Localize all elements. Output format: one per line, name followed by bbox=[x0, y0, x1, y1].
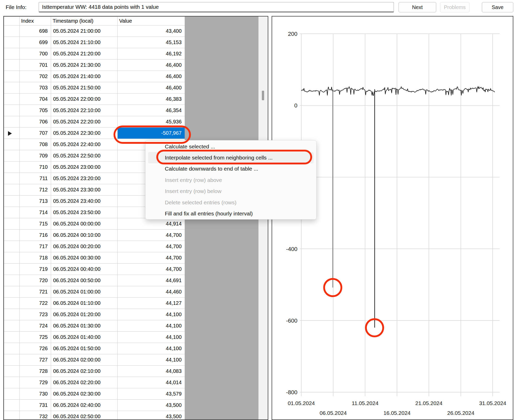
row-header-cell[interactable] bbox=[4, 252, 20, 264]
row-header-cell[interactable] bbox=[4, 400, 20, 411]
timestamp-cell[interactable]: 06.05.2024 00:20:00 bbox=[51, 241, 118, 252]
index-cell[interactable]: 718 bbox=[20, 252, 51, 264]
timestamp-cell[interactable]: 05.05.2024 21:50:00 bbox=[51, 82, 118, 94]
row-header-cell[interactable] bbox=[4, 196, 20, 207]
timestamp-cell[interactable]: 05.05.2024 22:30:00 bbox=[51, 128, 118, 139]
index-cell[interactable]: 701 bbox=[20, 60, 51, 71]
timestamp-cell[interactable]: 06.05.2024 01:30:00 bbox=[51, 320, 118, 332]
timestamp-cell[interactable]: 05.05.2024 22:50:00 bbox=[51, 150, 118, 162]
index-cell[interactable]: 724 bbox=[20, 320, 51, 332]
timestamp-cell[interactable]: 05.05.2024 22:00:00 bbox=[51, 94, 118, 105]
index-cell[interactable]: 727 bbox=[20, 354, 51, 366]
row-header-cell[interactable] bbox=[4, 60, 20, 71]
row-header-cell[interactable] bbox=[4, 105, 20, 116]
file-info-input[interactable] bbox=[39, 2, 394, 12]
row-header-cell[interactable] bbox=[4, 207, 20, 218]
index-cell[interactable]: 729 bbox=[20, 377, 51, 388]
value-cell[interactable]: 44,691 bbox=[118, 275, 185, 286]
row-header-cell[interactable] bbox=[4, 218, 20, 230]
timestamp-cell[interactable]: 05.05.2024 23:00:00 bbox=[51, 162, 118, 173]
column-header-timestamp[interactable]: Timestamp (local) bbox=[51, 17, 118, 26]
row-header-cell[interactable] bbox=[4, 82, 20, 94]
row-header-cell[interactable] bbox=[4, 71, 20, 82]
column-header-index[interactable]: Index bbox=[20, 17, 51, 26]
timestamp-cell[interactable]: 05.05.2024 21:30:00 bbox=[51, 60, 118, 71]
timestamp-cell[interactable]: 06.05.2024 00:50:00 bbox=[51, 275, 118, 286]
index-cell[interactable]: 707 bbox=[20, 128, 51, 139]
value-cell[interactable]: 46,192 bbox=[118, 48, 185, 60]
menu-item-2[interactable]: Calculate downwards to end of table ... bbox=[148, 163, 314, 174]
index-cell[interactable]: 714 bbox=[20, 207, 51, 218]
value-cell[interactable]: 43,579 bbox=[118, 388, 185, 400]
timestamp-cell[interactable]: 06.05.2024 01:10:00 bbox=[51, 298, 118, 309]
index-cell[interactable]: 723 bbox=[20, 309, 51, 320]
index-cell[interactable]: 704 bbox=[20, 94, 51, 105]
value-cell[interactable]: 44,100 bbox=[118, 354, 185, 366]
index-cell[interactable]: 722 bbox=[20, 298, 51, 309]
row-header-cell[interactable] bbox=[4, 286, 20, 298]
index-cell[interactable]: 731 bbox=[20, 400, 51, 411]
value-cell[interactable]: 44,014 bbox=[118, 377, 185, 388]
index-cell[interactable]: 719 bbox=[20, 264, 51, 275]
value-cell[interactable]: 44,914 bbox=[118, 218, 185, 230]
value-cell[interactable]: 44,100 bbox=[118, 332, 185, 343]
save-button[interactable]: Save bbox=[482, 2, 513, 12]
value-cell[interactable]: 43,500 bbox=[118, 400, 185, 411]
index-cell[interactable]: 705 bbox=[20, 105, 51, 116]
index-cell[interactable]: 732 bbox=[20, 411, 51, 420]
value-cell[interactable]: 44,100 bbox=[118, 343, 185, 354]
row-header-cell[interactable] bbox=[4, 320, 20, 332]
timestamp-cell[interactable]: 05.05.2024 21:20:00 bbox=[51, 48, 118, 60]
value-cell[interactable]: 46,400 bbox=[118, 60, 185, 71]
row-header-cell[interactable] bbox=[4, 116, 20, 128]
timestamp-cell[interactable]: 05.05.2024 22:10:00 bbox=[51, 105, 118, 116]
timestamp-cell[interactable]: 06.05.2024 02:30:00 bbox=[51, 388, 118, 400]
value-cell[interactable]: 46,400 bbox=[118, 82, 185, 94]
index-cell[interactable]: 706 bbox=[20, 116, 51, 128]
value-cell[interactable]: 46,383 bbox=[118, 94, 185, 105]
row-header-cell[interactable] bbox=[4, 173, 20, 184]
value-cell[interactable]: 46,400 bbox=[118, 71, 185, 82]
row-header-cell[interactable] bbox=[4, 332, 20, 343]
index-cell[interactable]: 699 bbox=[20, 37, 51, 48]
timestamp-cell[interactable]: 06.05.2024 02:00:00 bbox=[51, 354, 118, 366]
next-button[interactable]: Next bbox=[399, 2, 436, 12]
row-header-cell[interactable] bbox=[4, 264, 20, 275]
row-header-cell[interactable] bbox=[4, 343, 20, 354]
timestamp-cell[interactable]: 06.05.2024 02:10:00 bbox=[51, 366, 118, 377]
timestamp-cell[interactable]: 06.05.2024 01:00:00 bbox=[51, 286, 118, 298]
index-cell[interactable]: 721 bbox=[20, 286, 51, 298]
selected-value-cell[interactable]: -507,967 bbox=[118, 128, 185, 139]
value-cell[interactable]: 44,083 bbox=[118, 366, 185, 377]
row-header-cell[interactable] bbox=[4, 94, 20, 105]
timestamp-cell[interactable]: 05.05.2024 21:00:00 bbox=[51, 26, 118, 37]
index-cell[interactable]: 730 bbox=[20, 388, 51, 400]
row-header-cell[interactable] bbox=[4, 275, 20, 286]
value-cell[interactable]: 44,460 bbox=[118, 286, 185, 298]
row-header-cell[interactable] bbox=[4, 377, 20, 388]
timestamp-cell[interactable]: 05.05.2024 21:10:00 bbox=[51, 37, 118, 48]
row-header-cell[interactable] bbox=[4, 162, 20, 173]
timestamp-cell[interactable]: 05.05.2024 22:20:00 bbox=[51, 116, 118, 128]
timestamp-cell[interactable]: 06.05.2024 01:40:00 bbox=[51, 332, 118, 343]
timestamp-cell[interactable]: 06.05.2024 02:40:00 bbox=[51, 400, 118, 411]
menu-item-0[interactable]: Calculate selected ... bbox=[148, 141, 314, 152]
index-cell[interactable]: 712 bbox=[20, 184, 51, 196]
timestamp-cell[interactable]: 06.05.2024 01:50:00 bbox=[51, 343, 118, 354]
index-cell[interactable]: 715 bbox=[20, 218, 51, 230]
index-cell[interactable]: 698 bbox=[20, 26, 51, 37]
row-header-cell[interactable] bbox=[4, 26, 20, 37]
row-header-cell[interactable] bbox=[4, 48, 20, 60]
row-header-cell[interactable] bbox=[4, 388, 20, 400]
index-cell[interactable]: 720 bbox=[20, 275, 51, 286]
timestamp-cell[interactable]: 05.05.2024 23:20:00 bbox=[51, 173, 118, 184]
timestamp-cell[interactable]: 05.05.2024 23:40:00 bbox=[51, 196, 118, 207]
scrollbar-thumb[interactable] bbox=[262, 91, 264, 100]
timestamp-cell[interactable]: 05.05.2024 23:50:00 bbox=[51, 207, 118, 218]
value-cell[interactable]: 46,354 bbox=[118, 105, 185, 116]
index-cell[interactable]: 703 bbox=[20, 82, 51, 94]
value-cell[interactable]: 45,153 bbox=[118, 37, 185, 48]
index-cell[interactable]: 711 bbox=[20, 173, 51, 184]
value-cell[interactable]: 44,100 bbox=[118, 320, 185, 332]
index-cell[interactable]: 708 bbox=[20, 139, 51, 150]
